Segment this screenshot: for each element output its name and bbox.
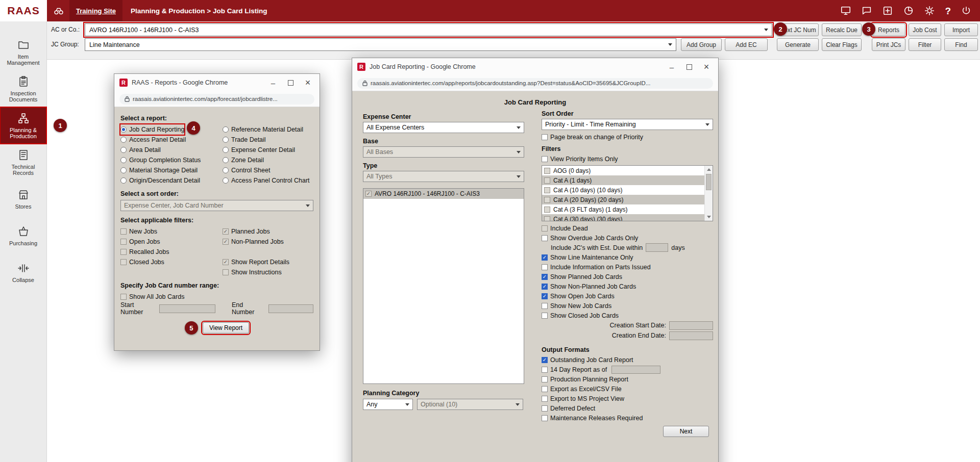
filter-checkbox[interactable]: New Jobs (120, 226, 157, 237)
filter-checkbox[interactable]: Show Non-Planned Job Cards (542, 281, 636, 291)
url-chip[interactable]: raasais.aviationintertec.com/app/forecas… (119, 94, 314, 105)
sort-order-select[interactable]: Expense Center, Job Card Number (120, 200, 313, 211)
generate-button[interactable]: Generate (777, 38, 819, 51)
filter-checkbox[interactable]: Recalled Jobs (120, 247, 169, 257)
type-select[interactable]: All Types (363, 171, 524, 182)
minimize-button[interactable]: – (266, 76, 280, 89)
priority-item[interactable]: Cat A (1 days) (542, 175, 705, 185)
report-option[interactable]: Material Shortage Detail (120, 165, 198, 175)
sidebar-item-purchasing[interactable]: Purchasing (0, 217, 46, 254)
base-select[interactable]: All Bases (363, 146, 524, 158)
tab-training-site[interactable]: Training Site (69, 0, 122, 21)
report-option[interactable]: Origin/Descendant Detail (120, 175, 200, 186)
filter-checkbox[interactable]: Show Overdue Job Cards Only (542, 233, 638, 243)
print-jcs-button[interactable]: Print JCs (872, 38, 905, 51)
maximize-button[interactable] (284, 76, 297, 89)
monitor-icon[interactable] (840, 5, 851, 16)
scroll-down-button[interactable] (705, 213, 713, 221)
scrollbar[interactable] (704, 166, 713, 221)
priority-item[interactable]: Cat A (3 FLT days) (1 days) (542, 204, 705, 214)
report-option[interactable]: Group Completion Status (120, 155, 201, 165)
import-button[interactable]: Import (944, 23, 978, 36)
output-checkbox[interactable]: Export to MS Project View (542, 394, 624, 403)
output-checkbox[interactable]: Deferred Defect (542, 403, 595, 413)
power-icon[interactable] (961, 5, 972, 16)
help-icon[interactable]: ? (945, 6, 951, 16)
add-window-icon[interactable] (882, 5, 893, 16)
recalc-due-button[interactable]: Recalc Due (822, 23, 862, 36)
start-number-input[interactable] (159, 304, 215, 313)
aircraft-row[interactable]: AVRO 146RJ100 - 146RJ100 - C-AIS3 (363, 189, 524, 199)
est-due-days-input[interactable] (646, 243, 668, 252)
output-checkbox[interactable]: Outstanding Job Card Report (542, 355, 633, 365)
output-checkbox[interactable]: Export as Excel/CSV File (542, 384, 622, 394)
settings-icon[interactable] (924, 5, 935, 16)
report-option[interactable]: Job Card Reporting (120, 124, 184, 135)
add-group-button[interactable]: Add Group (681, 38, 722, 51)
sidebar-item-collapse[interactable]: Collapse (0, 254, 46, 291)
report-option[interactable]: Control Sheet (223, 165, 270, 175)
report-date-input[interactable] (611, 366, 660, 374)
filter-checkbox[interactable]: Show Report Details (223, 257, 289, 267)
url-chip[interactable]: raasais.aviationintertec.com/app/reports… (357, 78, 713, 89)
find-button[interactable]: Find (944, 38, 978, 51)
output-checkbox[interactable]: Production Planning Report (542, 374, 628, 384)
sidebar-item-item-management[interactable]: Item Management (0, 34, 46, 70)
planning-any-select[interactable]: Any (363, 399, 413, 410)
filter-checkbox[interactable]: Planned Jobs (223, 226, 270, 237)
scroll-thumb[interactable] (706, 174, 712, 190)
priority-item[interactable]: Cat A (30 days) (30 days) (542, 214, 705, 221)
expense-center-select[interactable]: All Expense Centers (363, 122, 524, 133)
add-ec-button[interactable]: Add EC (725, 38, 768, 51)
report-option[interactable]: Zone Detail (223, 155, 264, 165)
aircraft-listbox[interactable]: AVRO 146RJ100 - 146RJ100 - C-AIS3 (363, 188, 524, 384)
minimize-button[interactable]: – (665, 60, 678, 73)
report-option[interactable]: Trade Detail (223, 135, 266, 145)
pie-chart-icon[interactable] (903, 5, 914, 16)
output-checkbox[interactable]: Maintenance Releases Required (542, 413, 643, 423)
priority-item[interactable]: AOG (0 days) (542, 166, 705, 175)
sidebar-item-inspection-documents[interactable]: Inspection Documents (0, 70, 46, 107)
sort-order-select[interactable]: Priority - Limit - Time Remaining (542, 119, 713, 130)
filter-checkbox[interactable]: Show Closed Job Cards (542, 311, 619, 320)
filter-checkbox[interactable]: Include Dead (542, 223, 588, 233)
priority-item[interactable]: Cat A (10 days) (10 days) (542, 185, 705, 195)
sidebar-item-technical-records[interactable]: Technical Records (0, 144, 46, 181)
show-all-job-cards-checkbox[interactable]: Show All Job Cards (120, 292, 184, 302)
ac-select[interactable]: AVRO 146RJ100 - 146RJ100 - C-AIS3 (85, 23, 772, 36)
reports-button[interactable]: Reports (872, 23, 905, 36)
creation-start-input[interactable] (669, 321, 713, 330)
clear-flags-button[interactable]: Clear Flags (822, 38, 862, 51)
filter-checkbox[interactable]: Show Planned Job Cards (542, 272, 622, 281)
jcr-dialog-titlebar[interactable]: R Job Card Reporting - Google Chrome – × (352, 58, 718, 75)
page-break-checkbox[interactable]: Page break on change of Priority (542, 132, 643, 142)
priority-item[interactable]: Cat A (20 Days) (20 days) (542, 195, 705, 204)
view-report-button[interactable]: View Report (203, 322, 249, 333)
filter-checkbox[interactable]: Show Instructions (223, 267, 282, 277)
priority-listbox[interactable]: AOG (0 days) Cat A (1 days) Cat A (10 da… (542, 165, 713, 221)
report-option[interactable]: Area Detail (120, 145, 161, 155)
view-priority-checkbox[interactable]: View Priority Items Only (542, 154, 618, 164)
sidebar-item-stores[interactable]: Stores (0, 181, 46, 217)
planning-optional-select[interactable]: Optional (10) (417, 399, 523, 410)
close-button[interactable]: × (700, 60, 713, 73)
creation-end-input[interactable] (669, 331, 713, 340)
filter-checkbox[interactable]: Show New Job Cards (542, 301, 611, 311)
filter-checkbox[interactable]: Open Jobs (120, 237, 160, 247)
filter-checkbox[interactable]: Show Line Maintenance Only (542, 252, 633, 262)
end-number-input[interactable] (268, 304, 313, 313)
filter-checkbox[interactable]: Closed Jobs (120, 257, 164, 267)
filter-checkbox[interactable]: Show Open Job Cards (542, 291, 615, 301)
job-cost-button[interactable]: Job Cost (909, 23, 941, 36)
report-option[interactable]: Reference Material Detail (223, 124, 303, 135)
report-option[interactable]: Expense Center Detail (223, 145, 295, 155)
chat-icon[interactable] (861, 5, 872, 16)
maximize-button[interactable] (682, 60, 696, 73)
next-button[interactable]: Next (663, 426, 709, 437)
filter-checkbox[interactable]: Non-Planned Jobs (223, 237, 284, 247)
sidebar-item-planning-production[interactable]: Planning & Production (0, 107, 46, 144)
filter-button[interactable]: Filter (909, 38, 941, 51)
output-checkbox[interactable]: 14 Day Report as of (542, 365, 660, 374)
report-option[interactable]: Access Panel Detail (120, 135, 186, 145)
reports-dialog-titlebar[interactable]: R RAAS - Reports - Google Chrome – × (114, 74, 320, 91)
